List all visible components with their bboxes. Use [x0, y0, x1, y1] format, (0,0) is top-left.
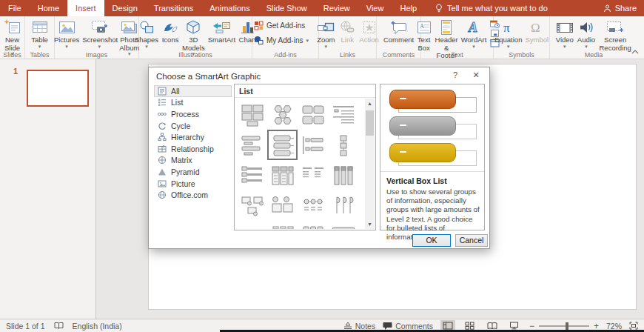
dialog-help-button[interactable]: ? — [449, 70, 461, 82]
comment-icon — [390, 19, 408, 36]
smartart-thumbnail-horizontal-bullet-list[interactable] — [298, 130, 328, 160]
pictures-icon — [58, 19, 76, 36]
wordart-button[interactable]: A WordArt — [460, 18, 489, 49]
category-picture[interactable]: Picture — [154, 178, 232, 190]
smartart-thumbnail-vertical-box-list[interactable] — [267, 130, 298, 160]
smartart-thumbnail-increasing-list[interactable] — [298, 160, 328, 190]
zoom-slides-icon — [316, 19, 335, 36]
get-addins-button[interactable]: Get Add-ins — [254, 19, 305, 32]
dropdown-caret — [98, 44, 101, 48]
tab-animations[interactable]: Animations — [201, 0, 258, 16]
fit-slide-to-window-button[interactable] — [629, 322, 638, 330]
list-icon — [158, 98, 167, 107]
ribbon-group-symbols: π Equation Ω Symbol Symbols — [494, 16, 550, 59]
smartart-thumbnail-vertical-panel-list[interactable] — [267, 221, 298, 229]
scrollbar-thumb[interactable] — [366, 110, 374, 136]
tab-design[interactable]: Design — [104, 0, 146, 16]
tab-insert[interactable]: Insert — [67, 0, 104, 16]
text-box-button[interactable]: A Text Box — [415, 18, 434, 53]
category-all[interactable]: All — [154, 85, 232, 97]
smartart-thumbnail-bending-list[interactable] — [237, 160, 267, 190]
notes-button[interactable]: Notes — [343, 322, 375, 331]
tab-file[interactable]: File — [0, 0, 30, 16]
ribbon-group-tables: Table Tables — [25, 16, 55, 59]
screen-recording-button[interactable]: Screen Recording — [597, 18, 634, 53]
my-addins-button[interactable]: My Add-ins — [254, 34, 309, 47]
screen-recording-icon — [606, 19, 625, 36]
collapse-ribbon-button[interactable] — [631, 50, 639, 54]
cancel-button[interactable]: Cancel — [455, 234, 488, 247]
category-list-item[interactable]: List — [154, 97, 232, 109]
table-button[interactable]: Table — [30, 18, 50, 49]
smartart-thumbnail-square-accent-list[interactable] — [328, 130, 358, 160]
share-button[interactable]: Share — [603, 0, 637, 16]
preview-pill-gray — [386, 116, 478, 142]
relationship-icon — [158, 145, 167, 153]
choose-smartart-dialog: Choose a SmartArt Graphic ? ✕ All List P… — [148, 67, 490, 249]
smartart-thumbnail-grouped-list[interactable] — [298, 221, 328, 229]
smartart-thumbnail-circle-process-panel[interactable] — [328, 221, 358, 229]
group-label-images: Images — [55, 51, 138, 59]
smartart-thumbnail-picture-caption-list[interactable] — [298, 99, 328, 130]
shapes-button[interactable]: Shapes — [133, 18, 160, 49]
zoom-slider-track[interactable] — [539, 325, 589, 327]
tab-transitions[interactable]: Transitions — [146, 0, 201, 16]
scroll-down-button[interactable]: ▼ — [365, 219, 375, 229]
tab-review[interactable]: Review — [315, 0, 358, 16]
preview-pill-gold — [386, 142, 478, 169]
dialog-title: Choose a SmartArt Graphic — [156, 72, 261, 81]
category-relationship[interactable]: Relationship — [154, 143, 232, 155]
dialog-close-button[interactable]: ✕ — [470, 70, 482, 82]
category-cycle[interactable]: Cycle — [154, 120, 232, 132]
comments-icon — [383, 322, 392, 330]
tab-view[interactable]: View — [358, 0, 392, 16]
smartart-thumbnail-stacked-list[interactable] — [267, 160, 298, 190]
group-label-slides: Slides — [0, 51, 24, 59]
tab-help[interactable]: Help — [392, 0, 425, 16]
pictures-button[interactable]: Pictures — [53, 18, 81, 49]
zoom-slider-thumb[interactable] — [566, 322, 568, 330]
category-office-com[interactable]: Office.com — [154, 189, 232, 201]
ribbon-group-media: Video Audio Screen Recording Media — [550, 16, 637, 59]
dropdown-caret — [325, 44, 328, 48]
smartart-thumbnail-picture-blocks[interactable] — [237, 190, 267, 221]
smartart-button[interactable]: SmartArt — [207, 18, 237, 45]
smartart-thumbnail-basic-block-list[interactable] — [237, 99, 267, 130]
comment-button[interactable]: Comment — [382, 18, 415, 45]
link-icon — [338, 19, 356, 36]
dropdown-caret — [145, 44, 148, 48]
smartart-thumbnail-titled-picture-blocks[interactable] — [267, 190, 298, 221]
smartart-thumbnail-horizontal-picture-list[interactable] — [298, 190, 328, 221]
audio-button[interactable]: Audio — [576, 18, 597, 49]
cycle-icon — [158, 122, 167, 130]
equation-button[interactable]: π Equation — [493, 18, 524, 49]
smartart-thumbnail-pin-list[interactable] — [328, 190, 358, 221]
screenshot-button[interactable]: Screenshot — [81, 18, 118, 49]
slide-thumbnail[interactable] — [27, 70, 89, 107]
icons-bird-icon — [161, 19, 179, 36]
ribbon-group-links: Zoom Link Action Links — [319, 16, 377, 59]
category-process[interactable]: Process — [154, 108, 232, 120]
tab-home[interactable]: Home — [30, 0, 67, 16]
video-button[interactable]: Video — [554, 18, 576, 49]
smartart-thumbnail-process-arrows[interactable] — [237, 221, 267, 229]
comments-button[interactable]: Comments — [383, 322, 433, 331]
tell-me-box[interactable]: Tell me what you want to do — [435, 0, 548, 16]
smartart-thumbnail-vertical-bracket-list[interactable] — [328, 160, 358, 190]
tab-slide-show[interactable]: Slide Show — [258, 0, 315, 16]
category-matrix[interactable]: Matrix — [154, 155, 232, 167]
category-hierarchy[interactable]: Hierarchy — [154, 131, 232, 143]
smartart-thumbnail-alternating-hexagons[interactable] — [267, 99, 298, 130]
smartart-thumbnail-vertical-bullet-list[interactable] — [237, 130, 267, 160]
zoom-level-label[interactable]: 72% — [606, 322, 622, 331]
gallery-header: List — [235, 84, 375, 98]
smartart-thumbnail-lined-list[interactable] — [328, 99, 358, 130]
scroll-up-button[interactable]: ▲ — [365, 99, 375, 108]
gallery-scrollbar[interactable]: ▲ ▼ — [365, 99, 375, 229]
proofing-book-icon[interactable] — [54, 322, 64, 330]
icons-button[interactable]: Icons — [160, 18, 181, 45]
ok-button[interactable]: OK — [412, 234, 451, 247]
category-pyramid[interactable]: Pyramid — [154, 166, 232, 178]
zoom-button[interactable]: Zoom — [315, 18, 337, 49]
language-label[interactable]: English (India) — [73, 322, 122, 331]
